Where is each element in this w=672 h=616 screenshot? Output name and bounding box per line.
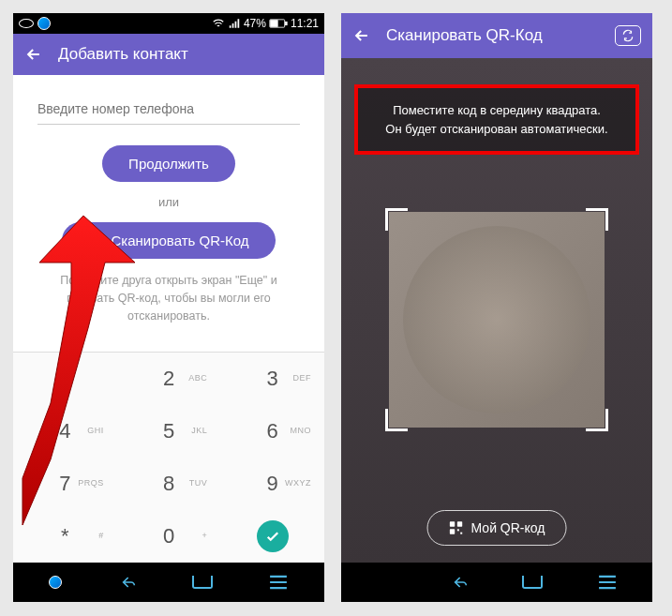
key-star[interactable]: *# — [13, 510, 117, 563]
svg-rect-4 — [97, 234, 102, 239]
battery-text: 47% — [244, 17, 266, 30]
svg-rect-7 — [100, 242, 102, 244]
svg-rect-3 — [90, 234, 95, 239]
scan-hint: Поместите код в середину квадрата. Он бу… — [354, 84, 639, 155]
svg-rect-13 — [457, 529, 459, 531]
key-5[interactable]: 5JKL — [117, 405, 221, 458]
header-title: Добавить контакт — [58, 45, 188, 64]
scanner-content: Поместите код в середину квадрата. Он бу… — [341, 58, 652, 563]
status-right: 47% 11:21 — [212, 17, 319, 30]
nav-menu-icon[interactable] — [268, 575, 289, 590]
scan-qr-label: Сканировать QR-Код — [111, 233, 248, 248]
navbar-right — [341, 563, 652, 602]
svg-rect-10 — [450, 521, 455, 526]
key-4[interactable]: 4GHI — [13, 405, 117, 458]
signal-icon — [228, 17, 241, 30]
corner-br — [586, 409, 608, 431]
battery-icon — [269, 18, 288, 29]
scan-hint-line1: Поместите код в середину квадрата. — [373, 101, 620, 120]
corner-tr — [586, 208, 608, 231]
key-3[interactable]: 3DEF — [220, 353, 324, 405]
my-qr-label: Мой QR-код — [471, 520, 545, 535]
corner-bl — [385, 409, 408, 431]
back-icon[interactable] — [24, 45, 43, 64]
nav-back-icon[interactable] — [117, 573, 136, 592]
key-8[interactable]: 8TUV — [117, 458, 221, 510]
key-0[interactable]: 0+ — [117, 510, 221, 563]
svg-rect-11 — [457, 521, 462, 526]
ornament-image — [403, 226, 590, 413]
svg-rect-2 — [285, 22, 287, 24]
status-bar: 47% 11:21 — [13, 13, 324, 34]
scan-hint-line2: Он будет отсканирован автоматически. — [373, 120, 620, 139]
svg-rect-6 — [97, 242, 99, 244]
svg-rect-8 — [97, 245, 99, 247]
back-icon[interactable] — [352, 26, 371, 45]
scan-qr-button[interactable]: Сканировать QR-Код — [62, 222, 275, 259]
scan-frame — [389, 212, 605, 428]
continue-button[interactable]: Продолжить — [102, 145, 235, 182]
corner-tl — [385, 208, 408, 231]
my-qr-button[interactable]: Мой QR-код — [427, 510, 567, 546]
phone-right: Сканировать QR-Код Поместите код в серед… — [341, 13, 652, 602]
keypad: 1 2ABC 3DEF 4GHI 5JKL 6MNO 7PRQS 8TUV 9W… — [13, 352, 324, 563]
check-icon — [257, 520, 289, 552]
camera-switch-icon[interactable] — [615, 25, 641, 46]
nav-home-icon[interactable] — [522, 576, 543, 589]
navbar-left — [13, 563, 324, 602]
phone-input[interactable] — [37, 94, 300, 125]
or-label: или — [158, 195, 179, 209]
phone-left: 47% 11:21 Добавить контакт Продолжить ил… — [13, 13, 324, 602]
svg-rect-12 — [450, 529, 455, 533]
header-right: Сканировать QR-Код — [341, 13, 652, 58]
svg-rect-14 — [460, 533, 462, 534]
nav-menu-icon[interactable] — [597, 575, 618, 590]
hint-text: Попросите друга открыть экран "Еще" и по… — [37, 272, 300, 324]
svg-rect-9 — [100, 245, 102, 247]
status-left — [19, 17, 51, 30]
key-7[interactable]: 7PRQS — [13, 458, 117, 510]
nav-home-icon[interactable] — [192, 576, 213, 589]
header-left: Добавить контакт — [13, 34, 324, 75]
key-2[interactable]: 2ABC — [117, 353, 221, 405]
camera-preview — [389, 212, 605, 428]
teamviewer-icon — [37, 17, 51, 30]
qr-icon — [449, 520, 464, 535]
key-1[interactable]: 1 — [13, 353, 117, 405]
key-confirm[interactable] — [220, 510, 324, 563]
time-text: 11:21 — [291, 17, 319, 30]
key-9[interactable]: 9WXYZ — [220, 458, 324, 510]
eye-icon — [19, 19, 34, 28]
wifi-icon — [212, 17, 225, 30]
nav-teamviewer-icon[interactable] — [49, 576, 62, 589]
qr-icon — [88, 233, 103, 248]
header-title: Сканировать QR-Код — [386, 26, 543, 45]
svg-rect-5 — [90, 242, 95, 247]
key-6[interactable]: 6MNO — [220, 405, 324, 458]
add-contact-content: Продолжить или Сканировать QR-Код Попрос… — [13, 75, 324, 352]
nav-back-icon[interactable] — [449, 573, 468, 592]
svg-rect-1 — [271, 21, 278, 27]
